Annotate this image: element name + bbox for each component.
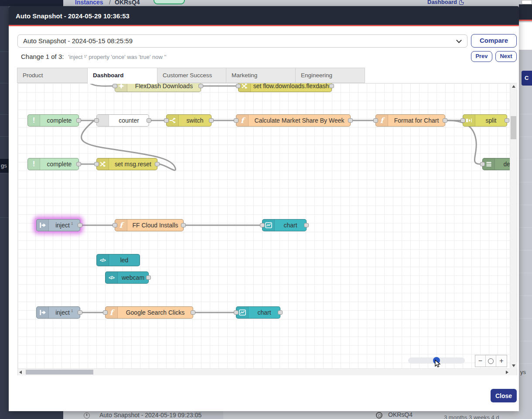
node-split[interactable]: split bbox=[463, 114, 507, 127]
port-out[interactable] bbox=[155, 162, 160, 166]
node-flexdash-downloads[interactable]: FlexDash Downloads bbox=[115, 83, 201, 92]
zoom-slider[interactable] bbox=[408, 357, 465, 364]
snapshot-select[interactable]: Auto Snapshot - 2024-05-15 08:25:59 bbox=[17, 34, 467, 48]
tab-product[interactable]: Product bbox=[17, 68, 88, 83]
port-in[interactable] bbox=[373, 118, 378, 123]
port-in[interactable] bbox=[113, 223, 117, 227]
port-in[interactable] bbox=[113, 84, 117, 88]
node-google-search-clicks[interactable]: fGoogle Search Clicks bbox=[105, 306, 193, 319]
background-text-fragment: ys bbox=[520, 369, 526, 375]
port-in[interactable] bbox=[480, 162, 485, 166]
port-out[interactable] bbox=[329, 84, 334, 88]
zoom-slider-thumb[interactable] bbox=[433, 357, 440, 364]
snapshot-select-value: Auto Snapshot - 2024-05-15 08:25:59 bbox=[23, 37, 133, 45]
node-chart-2[interactable]: chart bbox=[236, 306, 280, 319]
horizontal-scroll-thumb[interactable] bbox=[26, 370, 93, 374]
port-out[interactable] bbox=[146, 275, 151, 280]
instance-status-badge bbox=[153, 0, 185, 4]
port-out[interactable] bbox=[304, 223, 309, 227]
breadcrumb-current: OKRsQ4 bbox=[115, 0, 140, 6]
inject-icon bbox=[37, 307, 49, 318]
change-summary: Change 1 of 3:'inject ¹' property 'once'… bbox=[21, 53, 166, 60]
gear-icon bbox=[376, 412, 382, 419]
port-out[interactable] bbox=[181, 223, 186, 227]
modal-title: Auto Snapshot - 2024-05-29 10:36:53 bbox=[16, 12, 130, 20]
canvas-horizontal-scrollbar[interactable] bbox=[18, 368, 510, 375]
scroll-left-arrow[interactable] bbox=[18, 369, 24, 376]
port-in[interactable] bbox=[94, 118, 99, 123]
node-label: counter bbox=[109, 115, 149, 126]
port-in[interactable] bbox=[236, 84, 241, 88]
scroll-up-arrow[interactable] bbox=[510, 83, 517, 89]
node-set-flow-downloads-flexdash[interactable]: set flow.downloads.flexdash bbox=[238, 83, 332, 92]
port-in[interactable] bbox=[234, 118, 239, 123]
node-label: webcam bbox=[118, 272, 148, 283]
next-change-button[interactable]: Next bbox=[495, 51, 517, 62]
node-ff-cloud-installs[interactable]: fFF Cloud Installs bbox=[115, 219, 184, 231]
port-out[interactable] bbox=[78, 223, 82, 227]
node-label: FF Cloud Installs bbox=[127, 220, 183, 231]
port-in[interactable] bbox=[234, 310, 239, 315]
node-webcam[interactable]: </>webcam bbox=[105, 271, 149, 284]
node-inject-2[interactable]: inject1 bbox=[36, 306, 80, 319]
tab-engineering[interactable]: Engineering bbox=[295, 68, 365, 83]
port-out[interactable] bbox=[443, 118, 447, 123]
code-icon: </> bbox=[97, 254, 109, 266]
port-out[interactable] bbox=[278, 310, 283, 315]
breadcrumb-instances-link[interactable]: Instances bbox=[75, 0, 103, 6]
port-out[interactable] bbox=[78, 310, 82, 315]
port-in[interactable] bbox=[260, 223, 265, 227]
scroll-down-arrow[interactable] bbox=[510, 362, 517, 368]
node-label: Format for Chart bbox=[388, 115, 445, 126]
port-in[interactable] bbox=[460, 118, 465, 123]
node-chart-1[interactable]: chart bbox=[262, 219, 307, 231]
node-counter[interactable]: counter bbox=[96, 114, 149, 127]
port-out[interactable] bbox=[147, 118, 151, 123]
compare-button[interactable]: Compare bbox=[471, 34, 517, 48]
background-header-fragment bbox=[519, 4, 532, 21]
close-button[interactable]: Close bbox=[491, 389, 517, 402]
port-out[interactable] bbox=[191, 310, 195, 315]
wire[interactable] bbox=[447, 120, 480, 164]
port-in[interactable] bbox=[164, 118, 169, 123]
node-inject-1[interactable]: inject1 bbox=[36, 219, 80, 231]
code-icon: </> bbox=[106, 272, 118, 283]
node-label: inject1 bbox=[49, 307, 80, 318]
port-out[interactable] bbox=[198, 84, 203, 88]
node-label: set msg.reset bbox=[109, 158, 157, 170]
tab-customer-success[interactable]: Customer Success bbox=[157, 68, 226, 83]
zoom-in-button[interactable]: + bbox=[496, 355, 507, 367]
flow-canvas[interactable]: FlexDash Downloadsset flow.downloads.fle… bbox=[18, 83, 510, 368]
change-detail-text: 'inject ¹' property 'once' was 'true' no… bbox=[68, 54, 166, 60]
node-label: debug bbox=[495, 158, 510, 170]
prev-change-button[interactable]: Prev bbox=[471, 51, 492, 62]
scroll-right-arrow[interactable] bbox=[504, 369, 510, 376]
node-led[interactable]: </>led bbox=[96, 254, 140, 266]
exclaim-icon: ! bbox=[28, 158, 40, 170]
port-out[interactable] bbox=[505, 118, 509, 123]
port-in[interactable] bbox=[103, 310, 108, 315]
port-out[interactable] bbox=[209, 118, 214, 123]
node-switch[interactable]: switch bbox=[166, 114, 211, 127]
tab-dashboard[interactable]: Dashboard bbox=[87, 68, 157, 84]
port-out[interactable] bbox=[76, 162, 81, 166]
node-complete-1[interactable]: !complete bbox=[27, 114, 79, 127]
tab-marketing[interactable]: Marketing bbox=[226, 68, 296, 83]
zoom-reset-button[interactable] bbox=[486, 355, 496, 367]
node-complete-2[interactable]: !complete bbox=[27, 158, 79, 170]
port-in[interactable] bbox=[94, 162, 99, 166]
node-superscript: 1 bbox=[71, 309, 73, 313]
background-instance-name: OKRsQ4 bbox=[388, 411, 413, 418]
vertical-scroll-thumb[interactable] bbox=[511, 116, 516, 139]
dashboard-link[interactable]: Dashboard bbox=[427, 0, 464, 5]
canvas-vertical-scrollbar[interactable] bbox=[510, 83, 517, 368]
port-out[interactable] bbox=[348, 118, 353, 123]
modal-header: Auto Snapshot - 2024-05-29 10:36:53 bbox=[9, 6, 519, 26]
port-out[interactable] bbox=[76, 118, 81, 123]
node-format-for-chart[interactable]: fFormat for Chart bbox=[375, 114, 445, 127]
node-set-msg-reset[interactable]: set msg.reset bbox=[96, 158, 157, 170]
chevron-down-icon bbox=[456, 38, 462, 43]
node-calculate-market-share-by-week[interactable]: fCalculate Market Share By Week bbox=[236, 114, 351, 127]
node-debug[interactable]: debug bbox=[482, 158, 510, 170]
zoom-out-button[interactable]: − bbox=[475, 355, 486, 367]
